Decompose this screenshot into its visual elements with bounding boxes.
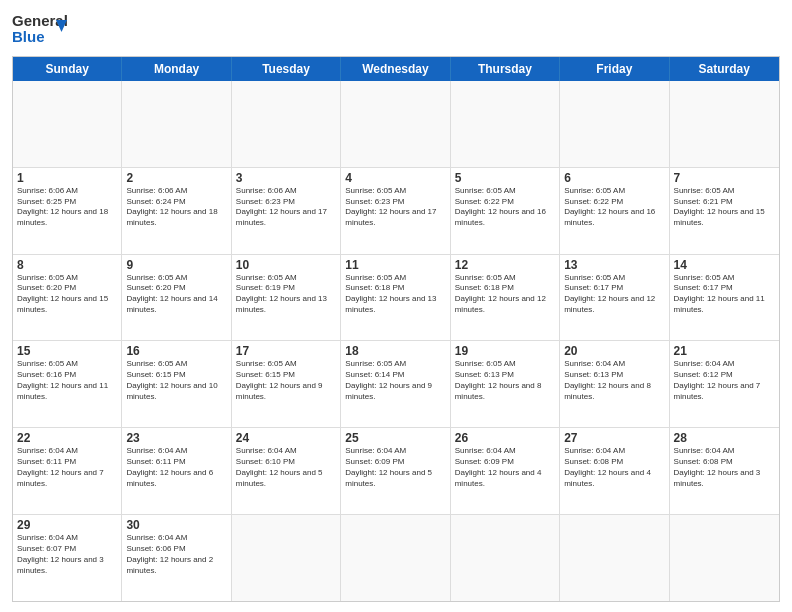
calendar-cell: 4Sunrise: 6:05 AM Sunset: 6:23 PM Daylig… <box>341 168 450 254</box>
cell-info: Sunrise: 6:05 AM Sunset: 6:18 PM Dayligh… <box>345 273 445 316</box>
calendar-body: 1Sunrise: 6:06 AM Sunset: 6:25 PM Daylig… <box>13 81 779 601</box>
calendar-cell <box>122 81 231 167</box>
day-number: 16 <box>126 344 226 358</box>
cell-info: Sunrise: 6:05 AM Sunset: 6:18 PM Dayligh… <box>455 273 555 316</box>
calendar-cell: 25Sunrise: 6:04 AM Sunset: 6:09 PM Dayli… <box>341 428 450 514</box>
calendar-cell: 6Sunrise: 6:05 AM Sunset: 6:22 PM Daylig… <box>560 168 669 254</box>
calendar-cell: 13Sunrise: 6:05 AM Sunset: 6:17 PM Dayli… <box>560 255 669 341</box>
calendar-cell: 24Sunrise: 6:04 AM Sunset: 6:10 PM Dayli… <box>232 428 341 514</box>
cell-info: Sunrise: 6:04 AM Sunset: 6:11 PM Dayligh… <box>126 446 226 489</box>
cell-info: Sunrise: 6:04 AM Sunset: 6:08 PM Dayligh… <box>674 446 775 489</box>
day-number: 28 <box>674 431 775 445</box>
day-header-thursday: Thursday <box>451 57 560 81</box>
logo-svg: GeneralBlue <box>12 10 67 48</box>
calendar-cell: 8Sunrise: 6:05 AM Sunset: 6:20 PM Daylig… <box>13 255 122 341</box>
calendar-cell <box>560 81 669 167</box>
cell-info: Sunrise: 6:04 AM Sunset: 6:13 PM Dayligh… <box>564 359 664 402</box>
cell-info: Sunrise: 6:06 AM Sunset: 6:24 PM Dayligh… <box>126 186 226 229</box>
calendar-row-5: 29Sunrise: 6:04 AM Sunset: 6:07 PM Dayli… <box>13 515 779 601</box>
day-number: 19 <box>455 344 555 358</box>
calendar-cell <box>670 515 779 601</box>
calendar-row-1: 1Sunrise: 6:06 AM Sunset: 6:25 PM Daylig… <box>13 168 779 255</box>
cell-info: Sunrise: 6:05 AM Sunset: 6:17 PM Dayligh… <box>564 273 664 316</box>
calendar-row-0 <box>13 81 779 168</box>
day-number: 21 <box>674 344 775 358</box>
calendar-cell: 7Sunrise: 6:05 AM Sunset: 6:21 PM Daylig… <box>670 168 779 254</box>
calendar-cell <box>451 515 560 601</box>
day-number: 27 <box>564 431 664 445</box>
calendar-cell: 16Sunrise: 6:05 AM Sunset: 6:15 PM Dayli… <box>122 341 231 427</box>
calendar-cell: 20Sunrise: 6:04 AM Sunset: 6:13 PM Dayli… <box>560 341 669 427</box>
cell-info: Sunrise: 6:04 AM Sunset: 6:06 PM Dayligh… <box>126 533 226 576</box>
calendar-cell <box>232 81 341 167</box>
calendar-cell: 10Sunrise: 6:05 AM Sunset: 6:19 PM Dayli… <box>232 255 341 341</box>
day-number: 1 <box>17 171 117 185</box>
calendar-row-2: 8Sunrise: 6:05 AM Sunset: 6:20 PM Daylig… <box>13 255 779 342</box>
calendar-cell: 29Sunrise: 6:04 AM Sunset: 6:07 PM Dayli… <box>13 515 122 601</box>
calendar-cell: 11Sunrise: 6:05 AM Sunset: 6:18 PM Dayli… <box>341 255 450 341</box>
cell-info: Sunrise: 6:04 AM Sunset: 6:12 PM Dayligh… <box>674 359 775 402</box>
cell-info: Sunrise: 6:05 AM Sunset: 6:22 PM Dayligh… <box>564 186 664 229</box>
calendar-cell <box>13 81 122 167</box>
day-number: 24 <box>236 431 336 445</box>
day-header-monday: Monday <box>122 57 231 81</box>
day-number: 26 <box>455 431 555 445</box>
cell-info: Sunrise: 6:05 AM Sunset: 6:15 PM Dayligh… <box>236 359 336 402</box>
day-number: 30 <box>126 518 226 532</box>
day-number: 22 <box>17 431 117 445</box>
cell-info: Sunrise: 6:05 AM Sunset: 6:22 PM Dayligh… <box>455 186 555 229</box>
day-number: 9 <box>126 258 226 272</box>
calendar-cell: 19Sunrise: 6:05 AM Sunset: 6:13 PM Dayli… <box>451 341 560 427</box>
day-number: 2 <box>126 171 226 185</box>
day-header-saturday: Saturday <box>670 57 779 81</box>
calendar-cell: 14Sunrise: 6:05 AM Sunset: 6:17 PM Dayli… <box>670 255 779 341</box>
day-number: 3 <box>236 171 336 185</box>
cell-info: Sunrise: 6:05 AM Sunset: 6:14 PM Dayligh… <box>345 359 445 402</box>
calendar-cell: 30Sunrise: 6:04 AM Sunset: 6:06 PM Dayli… <box>122 515 231 601</box>
calendar-cell <box>670 81 779 167</box>
calendar-row-3: 15Sunrise: 6:05 AM Sunset: 6:16 PM Dayli… <box>13 341 779 428</box>
day-number: 25 <box>345 431 445 445</box>
cell-info: Sunrise: 6:04 AM Sunset: 6:07 PM Dayligh… <box>17 533 117 576</box>
calendar-cell <box>341 515 450 601</box>
day-number: 11 <box>345 258 445 272</box>
calendar-cell: 27Sunrise: 6:04 AM Sunset: 6:08 PM Dayli… <box>560 428 669 514</box>
cell-info: Sunrise: 6:04 AM Sunset: 6:09 PM Dayligh… <box>345 446 445 489</box>
calendar-cell: 2Sunrise: 6:06 AM Sunset: 6:24 PM Daylig… <box>122 168 231 254</box>
day-number: 29 <box>17 518 117 532</box>
calendar-cell: 23Sunrise: 6:04 AM Sunset: 6:11 PM Dayli… <box>122 428 231 514</box>
day-number: 6 <box>564 171 664 185</box>
calendar: SundayMondayTuesdayWednesdayThursdayFrid… <box>12 56 780 602</box>
day-number: 13 <box>564 258 664 272</box>
day-number: 10 <box>236 258 336 272</box>
day-header-friday: Friday <box>560 57 669 81</box>
cell-info: Sunrise: 6:04 AM Sunset: 6:08 PM Dayligh… <box>564 446 664 489</box>
day-number: 14 <box>674 258 775 272</box>
day-number: 5 <box>455 171 555 185</box>
cell-info: Sunrise: 6:04 AM Sunset: 6:09 PM Dayligh… <box>455 446 555 489</box>
calendar-cell: 26Sunrise: 6:04 AM Sunset: 6:09 PM Dayli… <box>451 428 560 514</box>
cell-info: Sunrise: 6:05 AM Sunset: 6:15 PM Dayligh… <box>126 359 226 402</box>
calendar-cell <box>451 81 560 167</box>
day-number: 8 <box>17 258 117 272</box>
calendar-row-4: 22Sunrise: 6:04 AM Sunset: 6:11 PM Dayli… <box>13 428 779 515</box>
cell-info: Sunrise: 6:05 AM Sunset: 6:19 PM Dayligh… <box>236 273 336 316</box>
day-number: 12 <box>455 258 555 272</box>
calendar-cell: 28Sunrise: 6:04 AM Sunset: 6:08 PM Dayli… <box>670 428 779 514</box>
day-header-wednesday: Wednesday <box>341 57 450 81</box>
calendar-cell <box>560 515 669 601</box>
calendar-cell: 17Sunrise: 6:05 AM Sunset: 6:15 PM Dayli… <box>232 341 341 427</box>
calendar-cell: 1Sunrise: 6:06 AM Sunset: 6:25 PM Daylig… <box>13 168 122 254</box>
calendar-cell <box>341 81 450 167</box>
cell-info: Sunrise: 6:04 AM Sunset: 6:11 PM Dayligh… <box>17 446 117 489</box>
calendar-cell: 12Sunrise: 6:05 AM Sunset: 6:18 PM Dayli… <box>451 255 560 341</box>
cell-info: Sunrise: 6:05 AM Sunset: 6:13 PM Dayligh… <box>455 359 555 402</box>
cell-info: Sunrise: 6:05 AM Sunset: 6:16 PM Dayligh… <box>17 359 117 402</box>
day-number: 20 <box>564 344 664 358</box>
cell-info: Sunrise: 6:05 AM Sunset: 6:20 PM Dayligh… <box>17 273 117 316</box>
day-header-tuesday: Tuesday <box>232 57 341 81</box>
calendar-cell <box>232 515 341 601</box>
calendar-cell: 22Sunrise: 6:04 AM Sunset: 6:11 PM Dayli… <box>13 428 122 514</box>
cell-info: Sunrise: 6:06 AM Sunset: 6:25 PM Dayligh… <box>17 186 117 229</box>
day-number: 4 <box>345 171 445 185</box>
